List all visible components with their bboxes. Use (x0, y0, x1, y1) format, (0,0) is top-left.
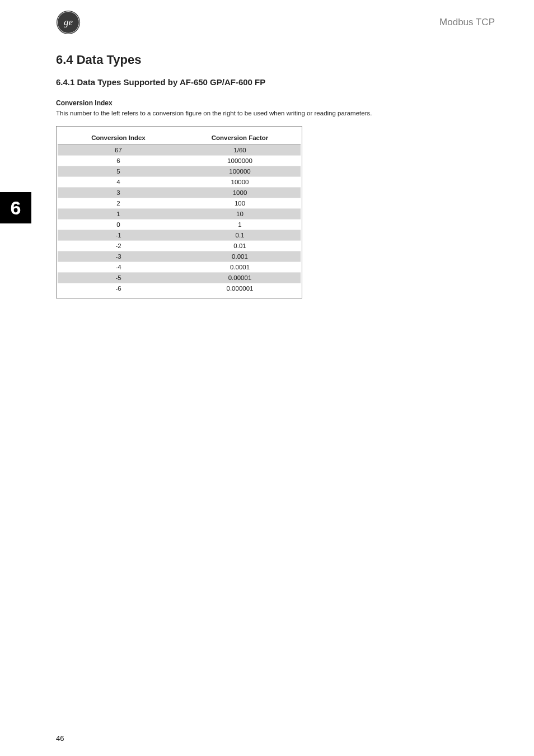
cell-index: 2 (58, 198, 179, 208)
cell-factor: 1000 (179, 187, 301, 198)
cell-factor: 0.1 (179, 230, 301, 240)
table-row: -50.00001 (58, 272, 301, 283)
table-row: -20.01 (58, 240, 301, 251)
cell-index: 1 (58, 208, 179, 219)
svg-text:ge: ge (64, 17, 73, 27)
table-row: -60.000001 (58, 283, 301, 293)
cell-factor: 10 (179, 208, 301, 219)
conversion-table: Conversion Index Conversion Factor 671/6… (58, 132, 301, 293)
cell-factor: 1000000 (179, 155, 301, 166)
table-row: 5100000 (58, 166, 301, 176)
section-number-tab: 6 (0, 192, 31, 223)
cell-index: 5 (58, 166, 179, 176)
cell-index: -4 (58, 262, 179, 272)
cell-index: 6 (58, 155, 179, 166)
cell-factor: 1/60 (179, 144, 301, 155)
table-row: -40.0001 (58, 262, 301, 272)
page-header: ge Modbus TCP (0, 0, 534, 35)
conversion-table-container: Conversion Index Conversion Factor 671/6… (56, 126, 302, 298)
table-row: -30.001 (58, 251, 301, 262)
table-row: 671/60 (58, 144, 301, 155)
page-number: 46 (56, 734, 64, 743)
cell-factor: 100 (179, 198, 301, 208)
cell-factor: 0.001 (179, 251, 301, 262)
cell-factor: 0.0001 (179, 262, 301, 272)
subsection-heading: 6.4.1 Data Types Supported by AF-650 GP/… (56, 77, 495, 87)
cell-index: -6 (58, 283, 179, 293)
paragraph-body: This number to the left refers to a conv… (56, 109, 495, 118)
main-content: 6.4 Data Types 6.4.1 Data Types Supporte… (0, 35, 534, 298)
table-row: 31000 (58, 187, 301, 198)
cell-index: -1 (58, 230, 179, 240)
section-heading: 6.4 Data Types (56, 53, 495, 67)
header-right-text: Modbus TCP (439, 17, 495, 28)
table-row: 61000000 (58, 155, 301, 166)
table-header-index: Conversion Index (58, 132, 179, 145)
table-header-factor: Conversion Factor (179, 132, 301, 145)
cell-index: 67 (58, 144, 179, 155)
cell-factor: 1 (179, 219, 301, 230)
cell-index: -2 (58, 240, 179, 251)
table-row: 01 (58, 219, 301, 230)
table-row: 110 (58, 208, 301, 219)
cell-index: 4 (58, 176, 179, 187)
cell-factor: 0.01 (179, 240, 301, 251)
cell-index: 3 (58, 187, 179, 198)
table-row: -10.1 (58, 230, 301, 240)
cell-factor: 10000 (179, 176, 301, 187)
cell-factor: 0.000001 (179, 283, 301, 293)
cell-index: -5 (58, 272, 179, 283)
cell-index: -3 (58, 251, 179, 262)
table-row: 410000 (58, 176, 301, 187)
cell-factor: 0.00001 (179, 272, 301, 283)
paragraph-heading: Conversion Index (56, 99, 495, 107)
cell-factor: 100000 (179, 166, 301, 176)
table-row: 2100 (58, 198, 301, 208)
cell-index: 0 (58, 219, 179, 230)
ge-logo-icon: ge (56, 10, 81, 35)
